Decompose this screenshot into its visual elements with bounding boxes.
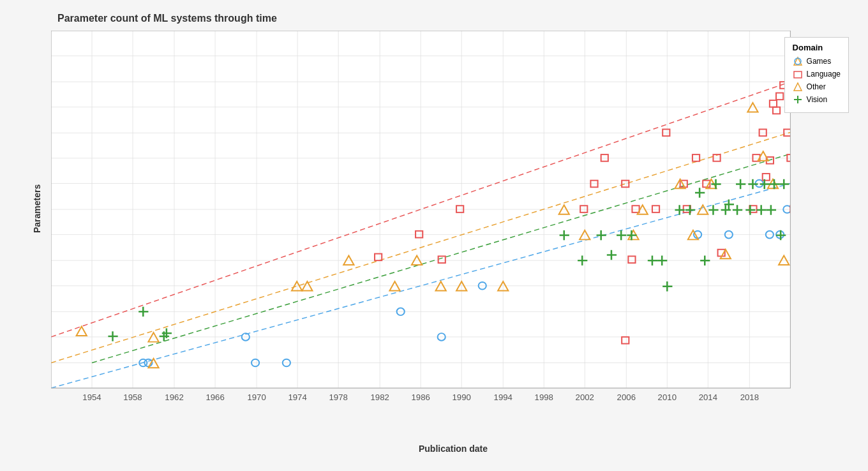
- svg-rect-114: [790, 206, 797, 213]
- chart-svg: 1954 1958 1962 1966 1970 1974 1978 1982 …: [51, 31, 855, 425]
- svg-text:1954: 1954: [82, 393, 101, 403]
- svg-text:2014: 2014: [699, 393, 717, 403]
- chart-title: Parameter count of ML systems through ti…: [57, 13, 855, 24]
- svg-text:1958: 1958: [123, 393, 142, 403]
- legend-item-language: Language: [793, 69, 841, 79]
- svg-text:1974: 1974: [288, 393, 306, 403]
- svg-text:1982: 1982: [370, 393, 389, 403]
- chart-area: Parameters Publication date: [51, 31, 855, 425]
- legend-title: Domain: [793, 43, 841, 52]
- legend-item-games: Games: [793, 56, 841, 66]
- games-label: Games: [807, 57, 832, 66]
- legend-item-other: Other: [793, 82, 841, 92]
- svg-text:1990: 1990: [453, 393, 471, 403]
- svg-marker-206: [794, 83, 802, 91]
- svg-text:2002: 2002: [576, 393, 594, 403]
- games-icon: [793, 56, 803, 66]
- chart-container: Parameter count of ML systems through ti…: [0, 0, 868, 471]
- x-axis-label: Publication date: [419, 444, 488, 454]
- legend: Domain Games Language Other: [784, 37, 849, 113]
- svg-text:1994: 1994: [494, 393, 513, 403]
- vision-label: Vision: [807, 95, 827, 104]
- svg-text:2018: 2018: [740, 393, 759, 403]
- svg-text:1962: 1962: [165, 393, 183, 403]
- svg-text:1978: 1978: [329, 393, 347, 403]
- svg-text:1998: 1998: [535, 393, 553, 403]
- legend-item-vision: Vision: [793, 94, 841, 105]
- other-icon: [793, 82, 803, 92]
- svg-text:1970: 1970: [247, 393, 266, 403]
- svg-marker-203: [794, 57, 802, 65]
- vision-icon: [793, 94, 803, 105]
- x-axis-ticks: 1954 1958 1962 1966 1970 1974 1978 1982 …: [82, 393, 759, 403]
- svg-text:2006: 2006: [617, 393, 636, 403]
- language-icon: [793, 69, 803, 79]
- y-axis-label: Parameters: [32, 184, 42, 233]
- other-label: Other: [807, 82, 826, 91]
- svg-text:1986: 1986: [412, 393, 430, 403]
- svg-text:1966: 1966: [206, 393, 224, 403]
- svg-rect-205: [794, 71, 802, 78]
- language-label: Language: [807, 70, 841, 78]
- svg-text:2010: 2010: [658, 393, 677, 403]
